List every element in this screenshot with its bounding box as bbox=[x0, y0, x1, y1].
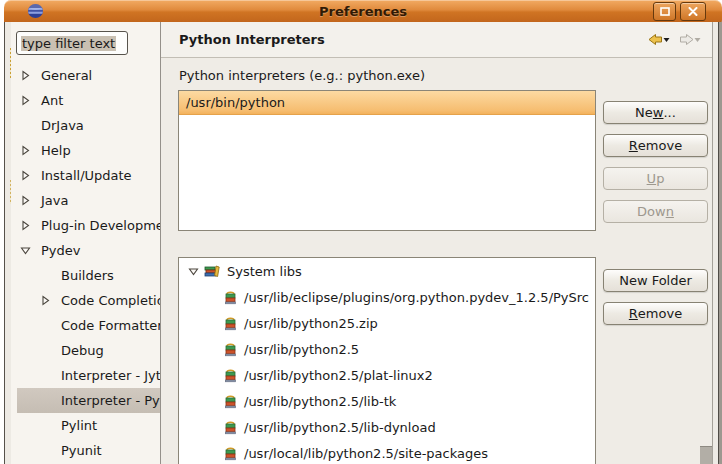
background-window-edge bbox=[0, 22, 11, 464]
pythonpath-row[interactable]: /usr/lib/python25.zip bbox=[179, 310, 595, 336]
preferences-dialog: Preferences type filter text GeneralAntD… bbox=[0, 0, 722, 464]
sidebar-item-install-update[interactable]: Install/Update bbox=[11, 163, 160, 188]
sidebar-item-debug[interactable]: Debug bbox=[11, 338, 160, 363]
sidebar-item-label: Ant bbox=[41, 93, 63, 108]
chevron-right-icon[interactable] bbox=[19, 220, 32, 231]
sidebar-item-label: Builders bbox=[61, 268, 114, 283]
sidebar-item-label: Interpreter - Jython bbox=[61, 368, 160, 383]
sidebar-item-label: Help bbox=[41, 143, 71, 158]
sidebar-item-drjava[interactable]: DrJava bbox=[11, 113, 160, 138]
interpreters-up-button[interactable]: Up bbox=[603, 167, 708, 190]
back-button[interactable] bbox=[648, 33, 671, 46]
pythonpath-entry: /usr/lib/eclipse/plugins/org.python.pyde… bbox=[244, 290, 589, 305]
system-libs-icon bbox=[204, 264, 221, 278]
pythonpath-tree: System libs/usr/lib/eclipse/plugins/org.… bbox=[178, 257, 596, 464]
sidebar-item-label: Java bbox=[41, 193, 68, 208]
sidebar-item-java[interactable]: Java bbox=[11, 188, 160, 213]
maximize-button[interactable] bbox=[653, 2, 676, 21]
forward-button[interactable] bbox=[679, 33, 702, 46]
pythonpath-entry: /usr/lib/python2.5 bbox=[244, 342, 359, 357]
pythonpath-row[interactable]: /usr/local/lib/python2.5/site-packages bbox=[179, 440, 595, 464]
pythonpath-entry: /usr/local/lib/python2.5/site-packages bbox=[244, 446, 488, 461]
pythonpath-row[interactable]: /usr/lib/python2.5/lib-tk bbox=[179, 388, 595, 414]
chevron-right-icon[interactable] bbox=[19, 70, 32, 81]
chevron-right-icon[interactable] bbox=[19, 145, 32, 156]
preferences-sidebar: type filter text GeneralAntDrJavaHelpIns… bbox=[11, 22, 161, 464]
window-border bbox=[718, 22, 722, 464]
chevron-down-icon[interactable] bbox=[19, 245, 32, 256]
close-icon bbox=[688, 4, 698, 19]
filter-input-text: type filter text bbox=[21, 36, 116, 51]
maximize-icon bbox=[660, 4, 670, 19]
pythonpath-row[interactable]: /usr/lib/python2.5/lib-dynload bbox=[179, 414, 595, 440]
library-jar-icon bbox=[223, 420, 238, 435]
python-interpreters-page: Python Interpreters Python interpreters … bbox=[161, 22, 712, 464]
sidebar-item-label: Pydev bbox=[41, 243, 80, 258]
interpreter-row[interactable]: /usr/bin/python bbox=[179, 91, 595, 115]
window-title: Preferences bbox=[4, 0, 722, 22]
chevron-right-icon[interactable] bbox=[19, 170, 32, 181]
sidebar-item-general[interactable]: General bbox=[11, 63, 160, 88]
library-jar-icon bbox=[223, 368, 238, 383]
sidebar-item-label: Pyunit bbox=[61, 443, 102, 458]
pythonpath-new-folder-button[interactable]: New Folder bbox=[603, 269, 708, 292]
interpreters-down-button[interactable]: Down bbox=[603, 200, 708, 223]
sidebar-item-label: Interpreter - Python bbox=[61, 393, 160, 408]
interpreters-new-button[interactable]: New... bbox=[603, 101, 708, 124]
chevron-right-icon[interactable] bbox=[19, 95, 32, 106]
sidebar-item-pydev[interactable]: Pydev bbox=[11, 238, 160, 263]
library-jar-icon bbox=[223, 290, 238, 305]
pythonpath-root-row[interactable]: System libs bbox=[179, 258, 595, 284]
pythonpath-row[interactable]: /usr/lib/python2.5/plat-linux2 bbox=[179, 362, 595, 388]
sidebar-item-interpreter-jython[interactable]: Interpreter - Jython bbox=[11, 363, 160, 388]
sidebar-item-label: General bbox=[41, 68, 92, 83]
pythonpath-entry: /usr/lib/python2.5/plat-linux2 bbox=[244, 368, 433, 383]
sidebar-item-label: Install/Update bbox=[41, 168, 132, 183]
sidebar-item-code-completion[interactable]: Code Completion bbox=[11, 288, 160, 313]
sidebar-item-help[interactable]: Help bbox=[11, 138, 160, 163]
library-jar-icon bbox=[223, 342, 238, 357]
sidebar-item-label: DrJava bbox=[41, 118, 84, 133]
sidebar-item-pyunit[interactable]: Pyunit bbox=[11, 438, 160, 463]
preferences-tree: GeneralAntDrJavaHelpInstall/UpdateJavaPl… bbox=[11, 63, 160, 463]
title-bar[interactable]: Preferences bbox=[4, 0, 722, 23]
sidebar-item-pylint[interactable]: Pylint bbox=[11, 413, 160, 438]
pythonpath-remove-button[interactable]: Remove bbox=[603, 302, 708, 325]
scroll-corner bbox=[700, 446, 712, 464]
interpreter-path: /usr/bin/python bbox=[186, 95, 285, 110]
pythonpath-root-label: System libs bbox=[227, 264, 302, 279]
pythonpath-row[interactable]: /usr/lib/eclipse/plugins/org.python.pyde… bbox=[179, 284, 595, 310]
sidebar-item-label: Code Formatter bbox=[61, 318, 160, 333]
page-title: Python Interpreters bbox=[179, 32, 325, 47]
sidebar-item-code-formatter[interactable]: Code Formatter bbox=[11, 313, 160, 338]
interpreters-list: /usr/bin/python bbox=[178, 90, 596, 231]
library-jar-icon bbox=[223, 394, 238, 409]
pythonpath-entry: /usr/lib/python2.5/lib-dynload bbox=[244, 420, 436, 435]
chevron-down-icon[interactable] bbox=[187, 266, 200, 277]
sidebar-item-interpreter-python[interactable]: Interpreter - Python bbox=[17, 388, 160, 413]
page-header: Python Interpreters bbox=[161, 22, 712, 58]
interpreters-label: Python interpreters (e.g.: python.exe) bbox=[179, 68, 425, 83]
sidebar-item-label: Plug-in Development bbox=[41, 218, 160, 233]
pythonpath-entry: /usr/lib/python2.5/lib-tk bbox=[244, 394, 396, 409]
chevron-right-icon[interactable] bbox=[19, 195, 32, 206]
sidebar-item-builders[interactable]: Builders bbox=[11, 263, 160, 288]
chevron-right-icon[interactable] bbox=[39, 295, 52, 306]
library-jar-icon bbox=[223, 316, 238, 331]
pythonpath-row[interactable]: /usr/lib/python2.5 bbox=[179, 336, 595, 362]
sidebar-item-label: Pylint bbox=[61, 418, 97, 433]
sidebar-item-label: Code Completion bbox=[61, 293, 160, 308]
filter-input[interactable]: type filter text bbox=[16, 31, 128, 55]
interpreters-remove-button[interactable]: Remove bbox=[603, 134, 708, 157]
library-jar-icon bbox=[223, 446, 238, 461]
sidebar-item-ant[interactable]: Ant bbox=[11, 88, 160, 113]
close-button[interactable] bbox=[680, 2, 706, 21]
pythonpath-entry: /usr/lib/python25.zip bbox=[244, 316, 378, 331]
sidebar-item-plug-in-development[interactable]: Plug-in Development bbox=[11, 213, 160, 238]
sidebar-item-label: Debug bbox=[61, 343, 104, 358]
